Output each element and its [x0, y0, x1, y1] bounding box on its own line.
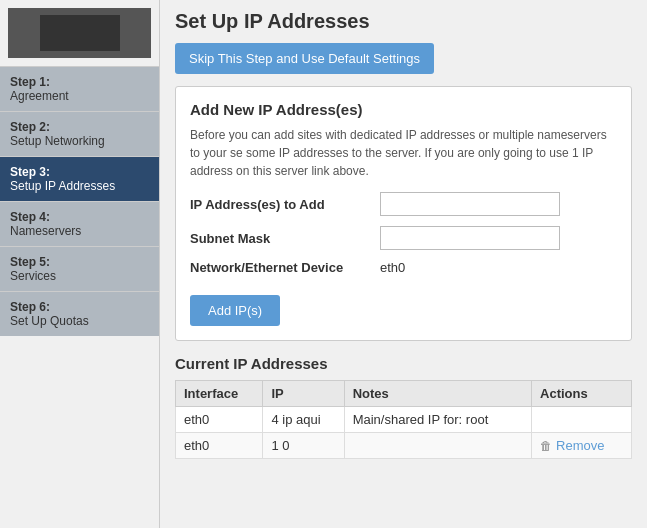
network-device-row: Network/Ethernet Device eth0 [190, 260, 617, 275]
step-name: Setup IP Addresses [10, 179, 149, 193]
ip-address-row: IP Address(es) to Add [190, 192, 617, 216]
table-cell-ip: 1 0 [263, 433, 344, 459]
table-row: eth0 4 ip aqui Main/shared IP for: root [176, 407, 632, 433]
add-ip-card-title: Add New IP Address(es) [190, 101, 617, 118]
current-ips-section: Current IP Addresses Interface IP Notes … [175, 355, 632, 459]
table-cell-notes: Main/shared IP for: root [344, 407, 531, 433]
table-cell-action: 🗑Remove [532, 433, 632, 459]
step-name: Set Up Quotas [10, 314, 149, 328]
step-label: Step 3: [10, 165, 149, 179]
table-row: eth0 1 0 🗑Remove [176, 433, 632, 459]
remove-link[interactable]: Remove [556, 438, 604, 453]
step-name: Agreement [10, 89, 149, 103]
col-ip: IP [263, 381, 344, 407]
sidebar-item-step1[interactable]: Step 1: Agreement [0, 66, 159, 111]
ip-address-label: IP Address(es) to Add [190, 197, 380, 212]
step-label: Step 2: [10, 120, 149, 134]
col-notes: Notes [344, 381, 531, 407]
table-cell-action [532, 407, 632, 433]
add-ips-button[interactable]: Add IP(s) [190, 295, 280, 326]
table-cell-interface: eth0 [176, 433, 263, 459]
main-content: Set Up IP Addresses Skip This Step and U… [160, 0, 647, 528]
step-name: Nameservers [10, 224, 149, 238]
step-name: Services [10, 269, 149, 283]
step-label: Step 6: [10, 300, 149, 314]
table-cell-interface: eth0 [176, 407, 263, 433]
col-actions: Actions [532, 381, 632, 407]
network-device-value: eth0 [380, 260, 405, 275]
step-label: Step 5: [10, 255, 149, 269]
subnet-mask-label: Subnet Mask [190, 231, 380, 246]
ip-address-input[interactable] [380, 192, 560, 216]
subnet-mask-input[interactable]: 255.255.255.0 [380, 226, 560, 250]
step-label: Step 1: [10, 75, 149, 89]
step-name: Setup Networking [10, 134, 149, 148]
sidebar-item-step5[interactable]: Step 5: Services [0, 246, 159, 291]
sidebar-item-step4[interactable]: Step 4: Nameservers [0, 201, 159, 246]
sidebar-item-step3[interactable]: Step 3: Setup IP Addresses [0, 156, 159, 201]
current-ips-title: Current IP Addresses [175, 355, 632, 372]
table-cell-ip: 4 ip aqui [263, 407, 344, 433]
logo-area [8, 8, 151, 58]
page-title: Set Up IP Addresses [175, 10, 632, 33]
add-ip-card: Add New IP Address(es) Before you can ad… [175, 86, 632, 341]
logo-image [40, 15, 120, 51]
sidebar-item-step2[interactable]: Step 2: Setup Networking [0, 111, 159, 156]
ip-table: Interface IP Notes Actions eth0 4 ip aqu… [175, 380, 632, 459]
trash-icon: 🗑 [540, 439, 552, 453]
network-device-label: Network/Ethernet Device [190, 260, 380, 275]
skip-button[interactable]: Skip This Step and Use Default Settings [175, 43, 434, 74]
table-cell-notes [344, 433, 531, 459]
add-ip-description: Before you can add sites with dedicated … [190, 126, 617, 180]
subnet-mask-row: Subnet Mask 255.255.255.0 [190, 226, 617, 250]
step-label: Step 4: [10, 210, 149, 224]
sidebar: Step 1: Agreement Step 2: Setup Networki… [0, 0, 160, 528]
table-header-row: Interface IP Notes Actions [176, 381, 632, 407]
col-interface: Interface [176, 381, 263, 407]
sidebar-item-step6[interactable]: Step 6: Set Up Quotas [0, 291, 159, 336]
